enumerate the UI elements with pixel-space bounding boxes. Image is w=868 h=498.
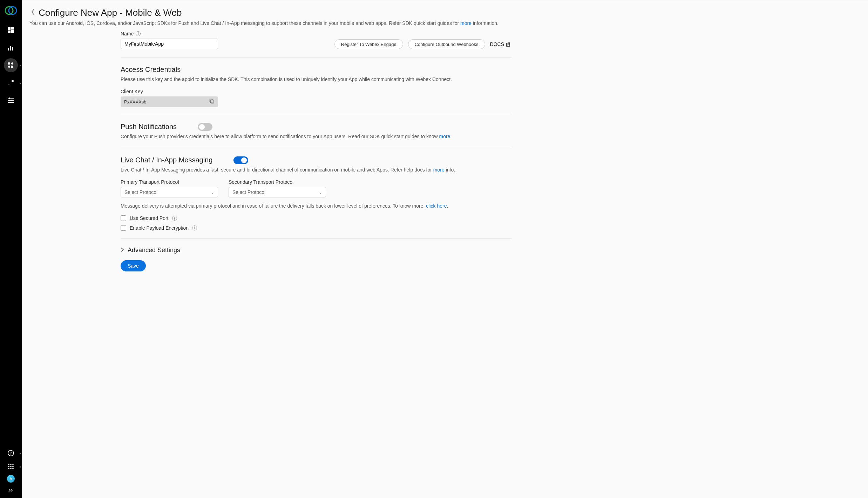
- svg-point-13: [12, 80, 14, 82]
- sidebar-expand-button[interactable]: [4, 486, 18, 494]
- svg-point-30: [12, 468, 14, 469]
- chevron-down-icon: ⌄: [319, 190, 322, 195]
- push-desc: Configure your Push provider's credentia…: [121, 133, 512, 140]
- name-input[interactable]: [121, 39, 218, 49]
- subtitle-more-link[interactable]: more: [460, 20, 472, 26]
- push-more-link[interactable]: more: [439, 134, 450, 139]
- livechat-title: Live Chat / In-App Messaging: [121, 156, 212, 164]
- caret-right-icon: ▸: [20, 81, 21, 85]
- livechat-section: Live Chat / In-App Messaging Live Chat /…: [121, 156, 512, 231]
- secured-port-checkbox[interactable]: [121, 215, 126, 221]
- svg-point-22: [8, 464, 9, 465]
- client-key-label: Client Key: [121, 89, 512, 94]
- save-button[interactable]: Save: [121, 260, 146, 271]
- svg-rect-9: [8, 62, 10, 65]
- svg-rect-16: [8, 100, 14, 101]
- back-button[interactable]: [29, 8, 36, 18]
- info-icon[interactable]: i: [192, 226, 197, 230]
- svg-point-24: [12, 464, 14, 465]
- avatar[interactable]: A: [7, 475, 15, 483]
- docs-link[interactable]: DOCS: [490, 41, 512, 47]
- svg-rect-6: [8, 48, 9, 51]
- name-label: Name i: [121, 31, 218, 36]
- primary-protocol-select[interactable]: Select Protocol ⌄: [121, 187, 218, 197]
- livechat-desc: Live Chat / In-App Messaging provides a …: [121, 166, 512, 174]
- secured-port-label: Use Secured Port: [130, 215, 169, 221]
- chevron-down-icon: ⌄: [211, 190, 214, 195]
- livechat-toggle[interactable]: [233, 156, 248, 164]
- divider: [121, 238, 512, 239]
- external-link-icon: [506, 41, 512, 47]
- caret-right-icon: ▸: [20, 63, 21, 67]
- access-credentials-section: Access Credentials Please use this key a…: [121, 66, 512, 107]
- page-subtitle: You can use our Android, iOS, Cordova, a…: [29, 20, 860, 26]
- info-icon[interactable]: i: [172, 216, 177, 221]
- svg-point-23: [10, 464, 12, 465]
- advanced-title: Advanced Settings: [128, 247, 180, 254]
- svg-rect-3: [11, 27, 14, 29]
- nav-apps-grid[interactable]: ▸: [4, 462, 18, 471]
- svg-point-15: [9, 97, 10, 99]
- nav-settings-list[interactable]: [4, 93, 18, 107]
- primary-protocol-label: Primary Transport Protocol: [121, 179, 218, 185]
- advanced-settings-toggle[interactable]: Advanced Settings: [121, 247, 512, 254]
- nav-tools[interactable]: ▸: [4, 76, 18, 90]
- chevron-right-icon: [121, 247, 124, 253]
- svg-rect-11: [8, 66, 10, 68]
- svg-point-28: [8, 468, 9, 469]
- nav-dashboard[interactable]: [4, 23, 18, 37]
- divider: [121, 148, 512, 148]
- secondary-protocol-select[interactable]: Select Protocol ⌄: [229, 187, 326, 197]
- svg-point-25: [8, 466, 9, 467]
- caret-right-icon: ▸: [20, 465, 21, 469]
- svg-rect-2: [8, 27, 11, 30]
- svg-rect-5: [11, 29, 14, 33]
- svg-rect-32: [211, 100, 214, 103]
- push-notifications-section: Push Notifications Configure your Push p…: [121, 123, 512, 140]
- delivery-note: Message delivery is attempted via primar…: [121, 202, 512, 210]
- svg-point-29: [10, 468, 12, 469]
- webex-logo[interactable]: [5, 4, 17, 17]
- secondary-protocol-label: Secondary Transport Protocol: [229, 179, 326, 185]
- divider: [121, 58, 512, 58]
- divider: [121, 115, 512, 115]
- push-title: Push Notifications: [121, 123, 177, 131]
- encryption-label: Enable Payload Encryption: [130, 225, 189, 231]
- svg-point-19: [9, 102, 11, 103]
- push-toggle[interactable]: [198, 123, 212, 131]
- svg-rect-12: [11, 66, 13, 68]
- svg-text:?: ?: [10, 451, 12, 455]
- nav-help[interactable]: ? ▸: [4, 448, 18, 458]
- info-icon[interactable]: i: [136, 31, 141, 36]
- svg-rect-7: [10, 46, 11, 51]
- svg-rect-8: [12, 47, 13, 51]
- client-key-field: PxXXXXsb: [121, 96, 218, 107]
- page-title: Configure New App - Mobile & Web: [39, 7, 182, 18]
- caret-right-icon: ▸: [20, 451, 21, 455]
- svg-rect-10: [11, 62, 13, 65]
- svg-point-27: [12, 466, 14, 467]
- delivery-note-link[interactable]: click here: [426, 203, 447, 209]
- livechat-more-link[interactable]: more: [433, 167, 445, 173]
- encryption-checkbox[interactable]: [121, 225, 126, 231]
- copy-button[interactable]: [209, 99, 215, 105]
- register-engage-button[interactable]: Register To Webex Engage: [334, 39, 403, 49]
- nav-apps[interactable]: ▸: [4, 58, 18, 72]
- access-title: Access Credentials: [121, 66, 512, 74]
- svg-point-17: [11, 100, 13, 101]
- main-content: Configure New App - Mobile & Web You can…: [22, 0, 868, 498]
- sidebar: ▸ ▸ ? ▸ ▸ A: [0, 0, 22, 498]
- client-key-value: PxXXXXsb: [124, 99, 147, 105]
- svg-rect-33: [210, 99, 213, 102]
- nav-analytics[interactable]: [4, 41, 18, 55]
- svg-rect-14: [8, 98, 14, 99]
- svg-point-26: [10, 466, 12, 467]
- svg-rect-4: [8, 31, 11, 33]
- access-desc: Please use this key and the appid to ini…: [121, 76, 512, 83]
- configure-webhooks-button[interactable]: Configure Outbound Webhooks: [408, 39, 485, 49]
